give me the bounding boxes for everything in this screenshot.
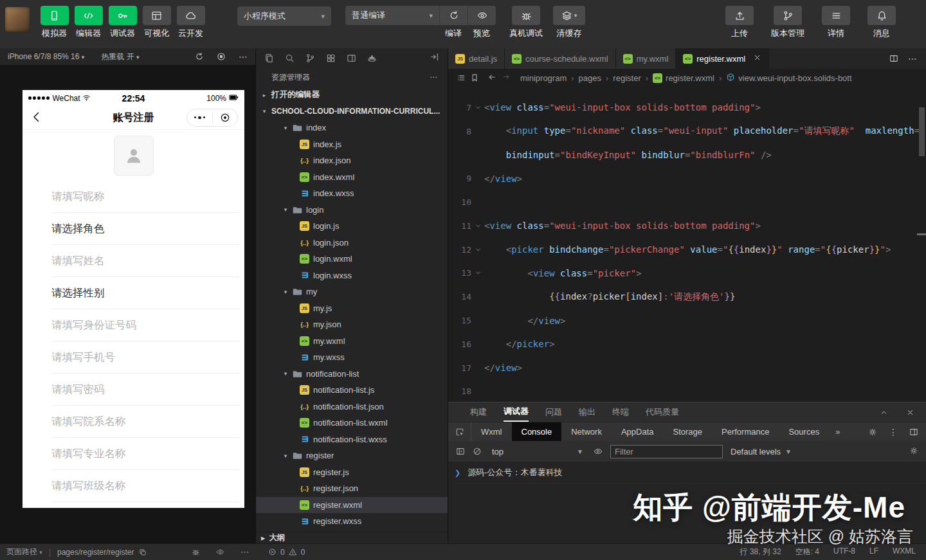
close-panel-icon[interactable] — [906, 408, 914, 417]
fold-chevron-icon[interactable] — [471, 222, 484, 230]
problems-indicator[interactable]: 0 0 — [255, 548, 448, 557]
devtools-tab-Console[interactable]: Console — [512, 422, 562, 441]
panel-tab-调试器[interactable]: 调试器 — [504, 402, 529, 422]
toolbar-version-button[interactable]: 版本管理 — [768, 6, 808, 39]
toolbar-debugger-button[interactable]: 调试器 — [105, 6, 140, 39]
tree-file-notification-list.js[interactable]: JSnotification-list.js — [256, 382, 448, 399]
files-icon[interactable] — [264, 53, 274, 63]
devtools-tab-AppData[interactable]: AppData — [612, 422, 664, 441]
form-field-1[interactable]: 请选择角色 — [23, 213, 244, 245]
tree-file-register.js[interactable]: JSregister.js — [256, 464, 448, 481]
editor-scrollbar[interactable] — [919, 107, 925, 156]
capsule-menu[interactable] — [186, 109, 238, 127]
tree-file-notification-list.json[interactable]: {..}notification-list.json — [256, 399, 448, 415]
toolbar-visual-button[interactable]: 可视化 — [140, 6, 174, 39]
expand-chevron-icon[interactable]: ❯ — [455, 469, 460, 477]
console-output[interactable]: ❯ 源码-公众号：木番薯科技 — [448, 462, 926, 543]
nav-forward-icon[interactable] — [502, 73, 511, 81]
form-field-8[interactable]: 请填写专业名称 — [23, 438, 244, 470]
close-icon[interactable] — [753, 53, 761, 64]
collapse-panel-icon[interactable] — [430, 52, 439, 62]
breadcrumb-item[interactable]: view.weui-input-box.solids-bott — [726, 73, 851, 84]
sim-stop-icon[interactable] — [217, 51, 226, 62]
outline-list-icon[interactable] — [457, 73, 466, 82]
kebab-menu-icon[interactable]: ⋮ — [889, 427, 898, 437]
toolbar-messages-button[interactable]: 消息 — [864, 6, 899, 39]
outline-section[interactable]: ▸大纲 — [256, 532, 448, 543]
settings-gear-icon[interactable] — [868, 428, 877, 437]
status-item[interactable]: LF — [869, 546, 878, 557]
toolbar-details-button[interactable]: 详情 — [819, 6, 853, 39]
tree-file-login.wxml[interactable]: <>login.wxml — [256, 251, 448, 267]
user-avatar[interactable] — [5, 7, 30, 32]
breadcrumb-item[interactable]: <>register.wxml — [653, 73, 714, 83]
capsule-target-icon[interactable] — [213, 113, 238, 123]
page-path-select[interactable]: 页面路径 ▾ — [6, 546, 42, 557]
console-sidebar-icon[interactable] — [456, 447, 465, 456]
sim-refresh-icon[interactable] — [195, 51, 204, 62]
clear-console-icon[interactable] — [473, 447, 482, 456]
breadcrumb-item[interactable]: pages — [579, 73, 601, 83]
tree-file-index.wxss[interactable]: index.wxss — [256, 185, 448, 202]
panel-tab-代码质量[interactable]: 代码质量 — [646, 402, 679, 422]
device-debug-button[interactable]: 真机调试 — [506, 6, 546, 39]
layout-icon[interactable] — [347, 53, 356, 63]
fold-chevron-icon[interactable] — [471, 246, 484, 253]
form-field-6[interactable]: 请填写密码 — [23, 374, 244, 406]
tree-file-index.wxml[interactable]: <>index.wxml — [256, 169, 448, 186]
tree-file-login.js[interactable]: JSlogin.js — [256, 218, 448, 235]
footer-eye-icon[interactable] — [216, 547, 224, 557]
editor-tab-course-schedule.wxml[interactable]: <>course-schedule.wxml — [505, 48, 616, 69]
devtools-tab-Sources[interactable]: Sources — [779, 422, 829, 441]
console-settings-icon[interactable] — [909, 446, 918, 455]
devtools-tab-Storage[interactable]: Storage — [663, 422, 712, 441]
live-expression-icon[interactable] — [594, 447, 603, 456]
open-editors-section[interactable]: ▸打开的编辑器 — [256, 87, 448, 104]
panel-tab-输出[interactable]: 输出 — [579, 402, 595, 422]
form-field-4[interactable]: 请填写身份证号码 — [23, 309, 244, 341]
devtools-tab-Performance[interactable]: Performance — [712, 422, 779, 441]
copy-path-icon[interactable] — [139, 548, 147, 556]
tree-file-my.wxss[interactable]: my.wxss — [256, 349, 448, 366]
toolbar-cloud-button[interactable]: 云开发 — [174, 6, 208, 39]
dock-side-icon[interactable] — [909, 428, 918, 437]
panel-tab-构建[interactable]: 构建 — [470, 402, 487, 422]
tree-file-login.json[interactable]: {..}login.json — [256, 235, 448, 251]
toolbar-upload-button[interactable]: 上传 — [722, 6, 757, 39]
extensions-icon[interactable] — [326, 53, 336, 63]
split-editor-icon[interactable] — [889, 54, 898, 63]
nav-back-icon[interactable] — [487, 73, 496, 82]
mode-select[interactable]: 小程序模式▾ — [237, 6, 331, 26]
inspect-element-icon[interactable] — [448, 422, 471, 441]
form-field-5[interactable]: 请填写手机号 — [23, 341, 244, 374]
tab-more-icon[interactable]: ⋯ — [908, 53, 917, 64]
breadcrumb-item[interactable]: miniprogram — [520, 73, 567, 83]
status-item[interactable]: 行 38, 列 32 — [740, 546, 781, 557]
fold-chevron-icon[interactable] — [471, 269, 484, 276]
clear-cache-button[interactable]: ▾ 清缓存 — [550, 6, 588, 39]
explorer-more-icon[interactable]: ⋯ — [430, 73, 439, 82]
form-field-2[interactable]: 请填写姓名 — [23, 245, 244, 277]
editor-tab-register.wxml[interactable]: <>register.wxml — [676, 48, 769, 69]
tree-folder-my[interactable]: ▾my — [256, 284, 448, 300]
editor-tab-detail.js[interactable]: JSdetail.js — [448, 48, 505, 69]
status-item[interactable]: UTF-8 — [833, 546, 855, 557]
tree-file-notification-list.wxss[interactable]: notification-list.wxss — [256, 431, 448, 448]
devtools-tab-Wxml[interactable]: Wxml — [471, 422, 512, 441]
compile-button[interactable] — [439, 6, 468, 25]
sim-more-icon[interactable]: ⋯ — [239, 51, 248, 62]
toolbar-simulator-button[interactable]: 模拟器 — [37, 6, 71, 39]
code-editor[interactable]: 7 <view class="weui-input-box solids-bot… — [448, 87, 926, 402]
collapse-panel-icon[interactable] — [880, 408, 888, 417]
panel-tab-问题[interactable]: 问题 — [545, 402, 562, 422]
form-field-7[interactable]: 请填写院系名称 — [23, 406, 244, 438]
tree-folder-index[interactable]: ▾index — [256, 120, 448, 136]
tree-file-index.js[interactable]: JSindex.js — [256, 136, 448, 153]
form-field-3[interactable]: 请选择性别 — [23, 277, 244, 309]
compile-mode-select[interactable]: 普通编译▾ — [345, 6, 439, 25]
device-select[interactable]: iPhone 6/7/8 85% 16 ▾ — [8, 52, 84, 61]
hot-reload-toggle[interactable]: 热重载 开 ▾ — [101, 51, 139, 62]
tree-file-register.json[interactable]: {..}register.json — [256, 480, 448, 497]
toolbar-editor-button[interactable]: 编辑器 — [71, 6, 105, 39]
editor-tab-my.wxml[interactable]: <>my.wxml — [616, 48, 676, 69]
